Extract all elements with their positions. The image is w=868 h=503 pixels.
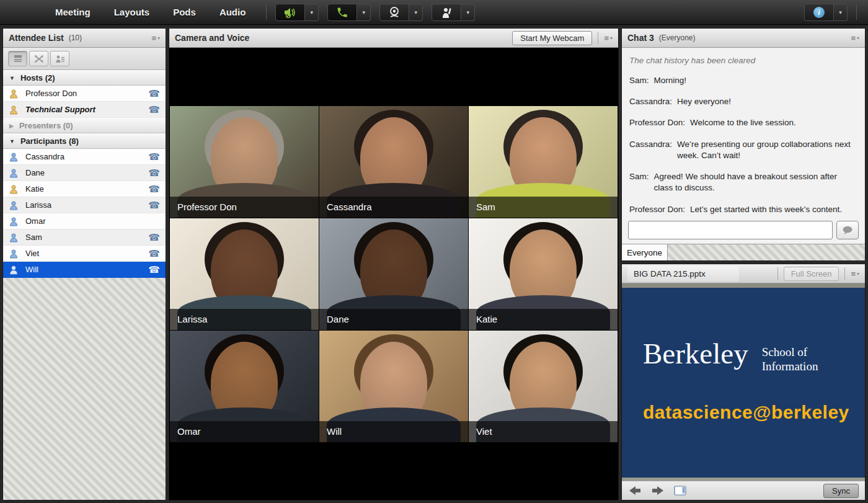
share-pod-header: BIG DATA 215.pptx Full Screen ≡▾: [622, 264, 865, 283]
phone-status-icon: ☎: [148, 168, 160, 177]
menu-audio[interactable]: Audio: [208, 0, 258, 25]
speaker-mute-button[interactable]: [275, 4, 305, 21]
hosts-section-header[interactable]: ▼ Hosts (2): [3, 70, 166, 86]
video-tile-cassandra[interactable]: Cassandra: [319, 106, 468, 218]
previous-slide-button[interactable]: [628, 485, 642, 496]
berkeley-wordmark: Berkeley: [643, 339, 748, 368]
share-pod-title: BIG DATA 215.pptx: [627, 266, 739, 282]
status-dropdown-caret[interactable]: ▾: [461, 4, 475, 21]
attendee-row-sam[interactable]: Sam ☎: [3, 229, 166, 246]
help-button[interactable]: i: [804, 4, 834, 21]
menu-meeting[interactable]: Meeting: [43, 0, 102, 25]
breakout-arrows-icon: [34, 55, 44, 63]
attendee-name: Larissa: [25, 200, 51, 210]
webcam-button[interactable]: [379, 4, 409, 21]
attendee-list-view-button[interactable]: [8, 51, 27, 66]
camera-pod-menu-button[interactable]: ≡▾: [604, 33, 613, 43]
chat-tab-bar: Everyone: [622, 244, 865, 260]
chat-text: Let’s get started with this week’s conte…: [690, 204, 857, 215]
share-pod-menu-button[interactable]: ≡▾: [851, 269, 859, 278]
webcam-dropdown-caret[interactable]: ▾: [409, 4, 423, 21]
host-person-icon: [9, 105, 19, 115]
chat-pod-menu-button[interactable]: ≡▾: [851, 33, 859, 43]
school-of-information-label: School of Information: [762, 345, 818, 375]
presenters-section-header[interactable]: ▶ Presenters (0): [3, 118, 166, 133]
menubar-separator: [266, 5, 267, 20]
video-grid: Professor Don Cassandra Sam Larissa Dane…: [170, 106, 618, 442]
header-separator: [844, 267, 845, 280]
send-message-button[interactable]: [836, 221, 859, 239]
show-sidebar-button[interactable]: [674, 486, 686, 496]
header-separator: [777, 267, 778, 280]
caret-icon: ▾: [363, 9, 366, 16]
full-screen-button[interactable]: Full Screen: [784, 267, 839, 281]
collapse-triangle-icon: ▼: [9, 138, 15, 145]
menu-items: Meeting Layouts Pods Audio: [43, 0, 257, 25]
attendee-row-technical-support[interactable]: Technical Support ☎: [3, 102, 166, 118]
attendee-row-viet[interactable]: Viet ☎: [3, 246, 166, 262]
attendee-row-katie[interactable]: Katie ☎: [3, 181, 166, 197]
video-tile-katie[interactable]: Katie: [469, 218, 618, 330]
attendee-row-professor-don[interactable]: Professor Don ☎: [3, 86, 166, 102]
video-name-label: Professor Don: [170, 197, 319, 218]
attendee-row-will[interactable]: Will ☎: [3, 262, 166, 278]
video-tile-viet[interactable]: Viet: [469, 331, 618, 442]
attendee-name: Katie: [25, 184, 44, 194]
camera-pod-header: Camera and Voice Start My Webcam ≡▾: [169, 29, 618, 48]
chat-text: Agreed! We should have a breakout sessio…: [654, 171, 857, 194]
chat-message-list: The chat history has been cleared Sam: M…: [622, 48, 865, 216]
arrow-right-icon: [651, 485, 665, 496]
attendee-pod-title: Attendee List: [9, 33, 64, 43]
raise-hand-button[interactable]: [432, 4, 461, 21]
share-pod: BIG DATA 215.pptx Full Screen ≡▾ Berkele…: [621, 264, 866, 501]
chat-tab-everyone[interactable]: Everyone: [622, 244, 668, 260]
video-tile-will[interactable]: Will: [319, 331, 468, 442]
chat-history-cleared-notice: The chat history has been cleared: [629, 56, 857, 65]
camera-pod-title: Camera and Voice: [175, 33, 249, 43]
video-tile-professor-don[interactable]: Professor Don: [170, 106, 319, 218]
participants-section-header[interactable]: ▼ Participants (8): [3, 133, 166, 149]
attendee-row-cassandra[interactable]: Cassandra ☎: [3, 149, 166, 165]
participant-person-icon: [9, 233, 19, 243]
video-tile-omar[interactable]: Omar: [170, 331, 319, 442]
video-tile-sam[interactable]: Sam: [469, 106, 618, 218]
attendee-row-larissa[interactable]: Larissa ☎: [3, 197, 166, 213]
chat-sender: Professor Don:: [629, 117, 685, 128]
phone-status-icon: ☎: [148, 89, 160, 98]
help-dropdown-caret[interactable]: ▾: [834, 4, 848, 21]
attendee-name: Sam: [25, 233, 42, 242]
participant-person-icon: [9, 265, 19, 275]
speaker-dropdown-caret[interactable]: ▾: [305, 4, 319, 21]
chat-pod-title: Chat 3: [627, 33, 654, 43]
start-webcam-button[interactable]: Start My Webcam: [512, 31, 592, 45]
chat-input[interactable]: [628, 221, 833, 239]
chat-text: Morning!: [654, 75, 857, 86]
video-name-label: Sam: [469, 197, 618, 218]
participant-person-icon: [9, 200, 19, 210]
video-tile-dane[interactable]: Dane: [319, 218, 468, 330]
video-tile-larissa[interactable]: Larissa: [170, 218, 319, 330]
chat-pod-header: Chat 3 (Everyone) ≡▾: [622, 29, 865, 48]
chat-input-row: [622, 216, 865, 244]
attendee-status-view-button[interactable]: [50, 51, 69, 66]
attendee-row-omar[interactable]: Omar: [3, 213, 166, 229]
phone-button[interactable]: [327, 4, 357, 21]
next-slide-button[interactable]: [651, 485, 665, 496]
webcam-button-group: ▾: [379, 4, 423, 21]
attendee-name: Technical Support: [25, 105, 95, 114]
caret-icon: ▾: [467, 9, 470, 16]
sync-button[interactable]: Sync: [823, 484, 859, 498]
chat-message: Sam: Morning!: [629, 75, 857, 86]
attendee-name: Viet: [25, 249, 39, 258]
participant-person-icon: [9, 249, 19, 259]
phone-dropdown-caret[interactable]: ▾: [357, 4, 371, 21]
sidebar-panel-icon: [674, 486, 686, 496]
attendee-pod-menu-button[interactable]: ≡▾: [151, 33, 160, 43]
attendee-row-dane[interactable]: Dane ☎: [3, 165, 166, 181]
menu-layouts[interactable]: Layouts: [102, 0, 162, 25]
breakout-view-button[interactable]: [29, 51, 48, 66]
presentation-slide: Berkeley School of Information datascien…: [622, 288, 865, 478]
menu-pods[interactable]: Pods: [161, 0, 208, 25]
video-name-label: Cassandra: [319, 197, 468, 218]
caret-icon: ▾: [415, 9, 418, 16]
